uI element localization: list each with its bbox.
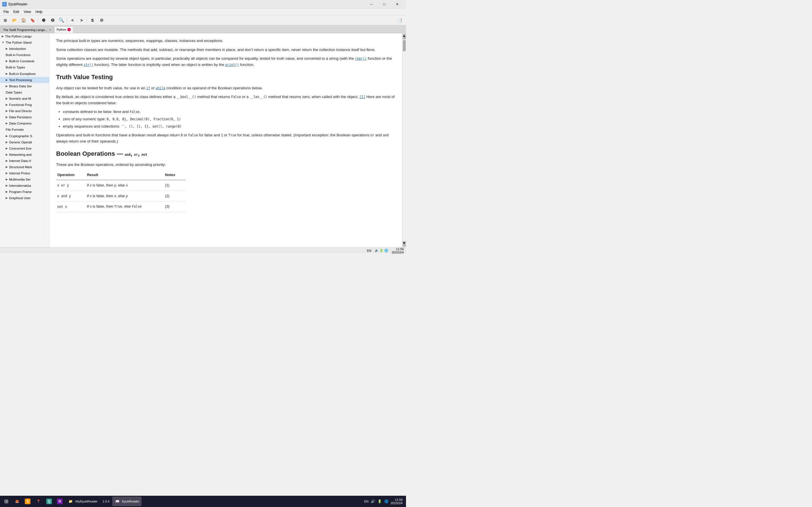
menu-view[interactable]: View (21, 9, 33, 14)
table-row-not: not x if x is false, then True, else Fal… (56, 202, 186, 212)
sidebar-label-file-formats: File Formats (6, 127, 24, 132)
menu-bar: File Edit View Help (0, 8, 406, 15)
op-and: x and y (56, 191, 86, 202)
tray-area: 🔊 🔋 🌐 (375, 249, 388, 252)
prev-button[interactable]: < (68, 16, 77, 24)
sidebar-label-text-proc: Text Processing (9, 78, 32, 82)
sidebar-item-internet-proto[interactable]: ▶ Internet Protoc (0, 170, 49, 176)
sidebar-item-numeric[interactable]: ▶ Numeric and M (0, 96, 49, 102)
zoom-out-button[interactable]: ⊖ (48, 16, 57, 24)
chevron-gui: ▶ (6, 196, 8, 200)
open-file-button[interactable]: 📂 (10, 16, 18, 24)
if-link[interactable]: if (146, 86, 150, 90)
para-boolean-result: Operations and built-in functions that h… (56, 132, 395, 144)
sidebar-item-i18n[interactable]: ▶ Internationaliza (0, 182, 49, 189)
sidebar-label-builtins-exc: Built-in Exceptions (9, 71, 36, 76)
sidebar-item-crypto[interactable]: ▶ Cryptographic S (0, 133, 49, 139)
scrollbar[interactable]: ▲ ▼ (402, 33, 406, 247)
scrollbar-up[interactable]: ▲ (403, 34, 406, 40)
sidebar-item-python-lang[interactable]: ▶ The Python Langu (0, 33, 49, 40)
zoom-in-button[interactable]: ⊕ (39, 16, 48, 24)
main-area: ▶ The Python Langu ▼ The Python Stand ▶ … (0, 33, 406, 247)
close-button[interactable]: ✕ (391, 0, 404, 8)
settings-button[interactable]: ⚙ (97, 16, 106, 24)
sidebar-item-file-dir[interactable]: ▶ File and Directo (0, 108, 49, 114)
tab-python-badge[interactable]: × (67, 28, 71, 31)
next-button[interactable]: > (77, 16, 86, 24)
scrollbar-down[interactable]: ▼ (403, 241, 406, 247)
chevron-numeric: ▶ (6, 97, 8, 101)
chevron-func-prog: ▶ (6, 103, 8, 107)
sidebar-item-python-std[interactable]: ▼ The Python Stand (0, 40, 49, 46)
tab-swift[interactable]: The Swift Programming Langu... ✕ (1, 26, 54, 33)
tab-swift-close[interactable]: ✕ (49, 28, 51, 31)
minimize-button[interactable]: ─ (365, 0, 378, 8)
sidebar-item-networking[interactable]: ▶ Networking and (0, 152, 49, 158)
para-bool-priority: These are the Boolean operations, ordere… (56, 162, 395, 168)
sidebar-item-data-persist[interactable]: ▶ Data Persistenc (0, 114, 49, 120)
menu-help[interactable]: Help (33, 9, 45, 14)
sidebar-label-multimedia: Multimedia Ser (9, 177, 31, 182)
sidebar-item-multimedia[interactable]: ▶ Multimedia Ser (0, 176, 49, 182)
toolbar-separator-3 (87, 17, 87, 23)
sidebar-item-concurrent[interactable]: ▶ Concurrent Exe (0, 145, 49, 152)
find-button[interactable]: 🔍 (57, 16, 66, 24)
result-and: if x is false, then x, else y (86, 191, 164, 202)
sidebar-item-data-compress[interactable]: ▶ Data Compress (0, 120, 49, 126)
toggle-panel-button[interactable]: ⊞ (1, 16, 10, 24)
sidebar-item-func-prog[interactable]: ▶ Functional Prog (0, 102, 49, 108)
repr-link[interactable]: repr() (355, 57, 367, 61)
sidebar-item-file-formats[interactable]: File Formats (0, 126, 49, 133)
sidebar-item-gui[interactable]: ▶ Graphical User (0, 195, 49, 201)
sidebar-item-builtins-types[interactable]: Built-in Types (0, 64, 49, 70)
menu-edit[interactable]: Edit (11, 9, 21, 14)
sidebar-label-i18n: Internationaliza (9, 183, 31, 188)
sidebar-item-structured[interactable]: ▶ Structured Mark (0, 164, 49, 170)
ref1-link[interactable]: [1] (359, 95, 365, 99)
sidebar-label-data-compress: Data Compress (9, 121, 32, 126)
print-link[interactable]: print() (225, 63, 239, 67)
sidebar-label-builtins-func: Built-in Functions (6, 53, 31, 57)
status-time: 11:56 (392, 247, 404, 251)
para-operations: Some operations are supported by several… (56, 55, 395, 68)
false-objects-list: constants defined to be false: None and … (63, 109, 395, 129)
sidebar-right-button[interactable]: 📑 (395, 16, 404, 24)
sidebar-item-prog-frame[interactable]: ▶ Program Frame (0, 189, 49, 195)
scrollbar-thumb[interactable] (403, 40, 406, 51)
status-right: EN 🔊 🔋 🌐 11:56 2023/2/4 (367, 247, 404, 254)
para-truth-value: Any object can be tested for truth value… (56, 85, 395, 91)
maximize-button[interactable]: □ (378, 0, 391, 8)
scrollbar-track[interactable] (403, 40, 406, 241)
note-and: (2) (164, 191, 186, 202)
sidebar-label-python-lang: The Python Langu (5, 34, 32, 39)
window-controls: ─ □ ✕ (365, 0, 404, 8)
chevron-i18n: ▶ (6, 184, 8, 187)
content-area: The principal built-in types are numeric… (49, 33, 402, 247)
chevron-multimedia: ▶ (6, 177, 8, 181)
sidebar-label-prog-frame: Program Frame (9, 189, 32, 194)
tab-python[interactable]: Python × (54, 26, 73, 33)
sidebar-label-data-persist: Data Persistenc (9, 115, 32, 119)
sidebar-label-structured: Structured Mark (9, 165, 32, 169)
home-button[interactable]: 🏠 (19, 16, 28, 24)
col-header-operation: Operation (56, 170, 86, 180)
para-default-true: By default, an object is considered true… (56, 94, 395, 106)
while-link[interactable]: while (156, 86, 165, 90)
para-collection-mutable: Some collection classes are mutable. The… (56, 47, 395, 53)
sidebar-item-builtins-func[interactable]: Built-in Functions (0, 52, 49, 58)
chevron-binary-data: ▶ (6, 84, 8, 88)
sidebar-item-builtins-exc[interactable]: ▶ Built-in Exceptions (0, 71, 49, 77)
sidebar-item-binary-data[interactable]: ▶ Binary Data Ser (0, 83, 49, 89)
sidebar-item-generic[interactable]: ▶ Generic Operati (0, 139, 49, 145)
bookmark-button[interactable]: 🔖 (28, 16, 37, 24)
sidebar-item-internet-data[interactable]: ▶ Internet Data H (0, 158, 49, 164)
str-link[interactable]: str() (84, 63, 93, 67)
chevron-builtins-const: ▶ (6, 59, 8, 63)
sidebar-item-text-proc[interactable]: ▶ Text Processing (0, 77, 49, 83)
sidebar-item-intro[interactable]: ▶ Introduction (0, 46, 49, 52)
section-button[interactable]: S (88, 16, 97, 24)
menu-file[interactable]: File (1, 9, 11, 14)
sidebar-label-builtins-types: Built-in Types (6, 65, 25, 69)
sidebar-item-builtins-const[interactable]: ▶ Built-in Constants (0, 58, 49, 64)
sidebar-item-data-types[interactable]: Data Types (0, 89, 49, 96)
